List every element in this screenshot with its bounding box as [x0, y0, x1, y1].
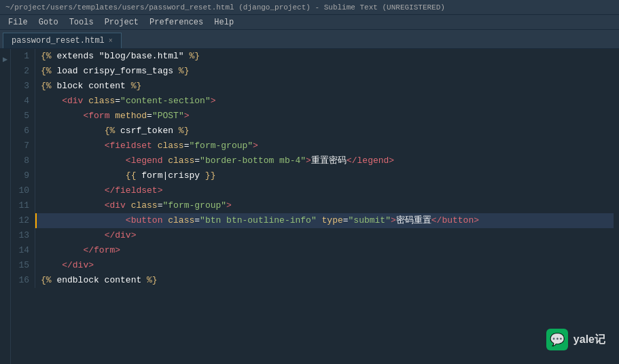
code-line-4: <div class="content-section"> [41, 94, 614, 109]
menu-help[interactable]: Help [209, 16, 239, 29]
code-line-8: <legend class="border-bottom mb-4">重置密码<… [41, 153, 614, 168]
title-text: ~/project/users/templates/users/password… [5, 3, 445, 12]
sidebar-toggle[interactable]: ▶ [0, 49, 11, 364]
code-line-2: {% load crispy_forms_tags %} [41, 64, 614, 79]
menu-project[interactable]: Project [99, 16, 144, 29]
menu-goto[interactable]: Goto [33, 16, 64, 29]
code-line-10: </fieldset> [41, 183, 614, 198]
line-numbers: 12345678910111213141516 [11, 49, 35, 288]
wechat-icon: 💬 [546, 329, 568, 350]
code-line-13: </div> [41, 228, 614, 243]
code-line-11: <div class="form-group"> [41, 198, 614, 213]
tab-close-button[interactable]: × [109, 37, 113, 45]
editor-container: ▶ 12345678910111213141516 {% extends "bl… [0, 49, 619, 364]
code-line-7: <fieldset class="form-group"> [41, 139, 614, 153]
menu-bar: File Goto Tools Project Preferences Help [0, 15, 619, 30]
watermark: 💬 yale记 [546, 329, 605, 350]
code-line-3: {% block content %} [41, 79, 614, 94]
tab-bar: password_reset.html × [0, 30, 619, 49]
code-area: {% extends "blog/base.html" %}{% load cr… [35, 49, 619, 364]
tab-password-reset[interactable]: password_reset.html × [3, 33, 122, 48]
code-editor[interactable]: 12345678910111213141516 {% extends "blog… [11, 49, 619, 364]
tab-filename: password_reset.html [12, 36, 105, 46]
title-bar: ~/project/users/templates/users/password… [0, 0, 619, 15]
menu-tools[interactable]: Tools [64, 16, 99, 29]
code-line-5: <form method="POST"> [41, 109, 614, 124]
menu-preferences[interactable]: Preferences [144, 16, 209, 29]
watermark-text: yale记 [573, 333, 605, 347]
code-line-15: </div> [41, 258, 614, 273]
code-line-16: {% endblock content %} [41, 273, 614, 288]
code-line-14: </form> [41, 243, 614, 258]
menu-file[interactable]: File [3, 16, 33, 29]
code-line-12: <button class="btn btn-outline-info" typ… [35, 213, 614, 228]
code-line-1: {% extends "blog/base.html" %} [41, 49, 614, 64]
code-line-6: {% csrf_token %} [41, 124, 614, 139]
code-line-9: {{ form|crispy }} [41, 168, 614, 183]
